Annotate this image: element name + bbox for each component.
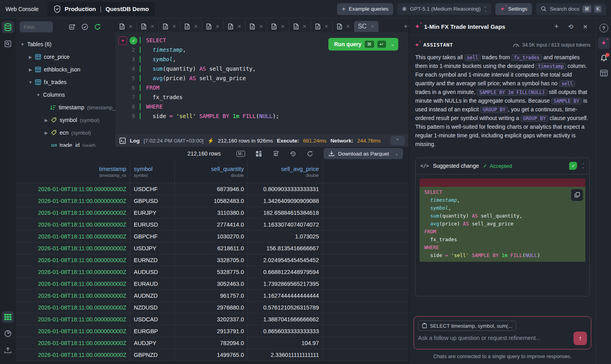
copy-markdown-icon[interactable]: M↓ bbox=[236, 151, 245, 157]
instance-selector[interactable]: Production | QuestDB Demo bbox=[47, 2, 155, 16]
chat-history-button[interactable]: ⟲ bbox=[565, 23, 576, 30]
tree-item-symbol[interactable]: ▶symbol(symbol) bbox=[16, 114, 115, 126]
column-header-timestamp[interactable]: timestamptimestamp_ns bbox=[16, 160, 130, 183]
history-refresh-icon[interactable] bbox=[290, 150, 296, 157]
code-line[interactable]: 9 side = 'sell' SAMPLE BY 1m FILL(NULL); bbox=[115, 111, 409, 121]
chevron-down-icon[interactable]: ▼ bbox=[36, 93, 40, 97]
tree-item-ecn[interactable]: ▶ecn(symbol) bbox=[16, 126, 115, 139]
editor-tab[interactable]: ✕ bbox=[289, 21, 311, 32]
editor-tab[interactable]: ✕ bbox=[180, 21, 202, 32]
table-row[interactable]: 2026-01-08T18:11:00.000000000ZGBPCHF1030… bbox=[16, 231, 409, 242]
grid-view-button[interactable] bbox=[2, 311, 14, 323]
code-line[interactable]: 3 symbol, bbox=[115, 54, 409, 64]
tree-item-columns[interactable]: ▼Columns bbox=[16, 88, 115, 101]
example-queries-button[interactable]: + Example queries bbox=[337, 3, 393, 15]
code-line[interactable]: 4 sum(quantity) AS sell_quantity, bbox=[115, 64, 409, 73]
collapse-log-button[interactable]: ⌃ bbox=[390, 136, 405, 145]
editor-tab[interactable]: ✕ bbox=[158, 21, 180, 32]
column-header-symbol[interactable]: symbolsymbol bbox=[130, 160, 175, 183]
editor-tab[interactable]: ✕ bbox=[223, 21, 245, 32]
ai-assist-button[interactable]: ✦ bbox=[118, 36, 127, 45]
run-options-chevron[interactable]: ⌄ bbox=[391, 42, 394, 47]
close-tab-icon[interactable]: ✕ bbox=[237, 24, 241, 29]
settings-button[interactable]: ✦ Settings bbox=[495, 3, 532, 15]
column-header-sell_avg_price[interactable]: sell_avg_pricedouble bbox=[248, 160, 323, 183]
import-button[interactable] bbox=[2, 344, 14, 356]
code-line[interactable]: 5 avg(price) AS sell_avg_price bbox=[115, 73, 409, 83]
table-row[interactable]: 2026-01-08T18:11:00.000000000ZUSDCHF6873… bbox=[16, 183, 409, 195]
close-tab-icon[interactable]: ✕ bbox=[346, 24, 350, 29]
query-plan-icon[interactable] bbox=[272, 150, 279, 157]
new-tab-button[interactable]: + bbox=[404, 23, 408, 30]
editor-tab[interactable]: ✕ bbox=[267, 21, 289, 32]
refresh-tables-button[interactable] bbox=[94, 23, 101, 30]
refresh-grid-icon[interactable] bbox=[307, 150, 313, 157]
download-parquet-button[interactable]: Download as Parquet ⌄ bbox=[324, 148, 403, 159]
close-tab-icon[interactable]: ✕ bbox=[129, 24, 133, 29]
close-tab-icon[interactable]: ✕ bbox=[194, 24, 198, 29]
editor-tab[interactable]: ✕ bbox=[137, 21, 158, 32]
chevron-right-icon[interactable]: ▶ bbox=[28, 68, 32, 72]
download-options-chevron[interactable]: ⌄ bbox=[395, 152, 398, 156]
table-row[interactable]: 2026-01-08T18:11:00.000000000ZUSDCAD3202… bbox=[16, 313, 409, 325]
followup-input-box[interactable]: SELECT timestamp, symbol, sum(... Ask a … bbox=[414, 316, 591, 349]
close-tab-icon[interactable]: ✕ bbox=[371, 24, 375, 29]
tree-item-core-price[interactable]: ▶core_price bbox=[16, 51, 115, 63]
editor-tab[interactable]: ✕ bbox=[245, 21, 267, 32]
chevron-right-icon[interactable]: ▶ bbox=[44, 131, 48, 135]
ai-panel-button[interactable]: ✦ bbox=[598, 37, 610, 49]
chevron-down-icon[interactable]: ▼ bbox=[21, 42, 24, 47]
table-row[interactable]: 2026-01-08T18:11:00.000000000ZAUDJPY7820… bbox=[16, 337, 409, 349]
table-row[interactable]: 2026-01-08T18:11:00.000000000ZAUDNZD9617… bbox=[16, 290, 409, 302]
query-context-chip[interactable]: SELECT timestamp, symbol, sum(... bbox=[418, 321, 516, 331]
check-circle-button[interactable] bbox=[81, 23, 88, 30]
close-tab-icon[interactable]: ✕ bbox=[216, 24, 219, 29]
code-line[interactable]: 8WHERE bbox=[115, 102, 409, 111]
tree-item-ethblocks-json[interactable]: ▶ethblocks_json bbox=[16, 63, 115, 76]
tables-nav-button[interactable] bbox=[2, 21, 14, 33]
copy-code-button[interactable] bbox=[571, 189, 583, 201]
table-row[interactable]: 2026-01-08T18:11:00.000000000ZGBPNZD1499… bbox=[16, 349, 409, 361]
column-header-sell_quantity[interactable]: sell_quantitydouble bbox=[175, 160, 248, 183]
search-docs-button[interactable]: Search docs ⌘ K bbox=[536, 3, 606, 15]
editor-tab[interactable]: ✕ bbox=[332, 21, 354, 32]
close-tab-icon[interactable]: ✕ bbox=[172, 24, 176, 29]
new-chat-button[interactable]: + bbox=[552, 23, 562, 31]
chevron-right-icon[interactable]: ▶ bbox=[44, 118, 48, 122]
table-row[interactable]: 2026-01-08T18:11:00.000000000ZEURUSD2774… bbox=[16, 219, 409, 231]
query-log-nav-button[interactable] bbox=[2, 38, 14, 50]
editor-tab[interactable]: ✕ bbox=[115, 21, 137, 32]
run-query-button[interactable]: Run query ⌘ ↵ ⌄ bbox=[328, 38, 398, 51]
close-chat-button[interactable]: ✕ bbox=[580, 23, 590, 30]
sql-editor[interactable]: ✦ ✓ 1SELECT2 timestamp,3 symbol,4 sum(qu… bbox=[115, 32, 409, 134]
table-row[interactable]: 2026-01-08T18:11:00.000000000ZAUDUSD5328… bbox=[16, 266, 409, 278]
editor-tab[interactable]: ✕ bbox=[311, 21, 332, 32]
close-tab-icon[interactable]: ✕ bbox=[150, 24, 154, 29]
tree-item-fx-trades[interactable]: ▼fx_trades bbox=[16, 76, 115, 88]
table-row[interactable]: 2026-01-08T18:11:00.000000000ZGBPUSD1058… bbox=[16, 195, 409, 207]
table-row[interactable]: 2026-01-08T18:11:00.000000000ZEURJPY3110… bbox=[16, 207, 409, 219]
table-row[interactable]: 2026-01-08T18:11:00.000000000ZEURAUD3052… bbox=[16, 278, 409, 290]
table-row[interactable]: 2026-01-08T18:11:00.000000000ZEURNZD3328… bbox=[16, 254, 409, 266]
tree-item-tables-6-[interactable]: ▼Tables (6) bbox=[16, 38, 115, 51]
close-tab-icon[interactable]: ✕ bbox=[324, 24, 328, 29]
close-tab-icon[interactable]: ✕ bbox=[281, 24, 285, 29]
notifications-button[interactable] bbox=[598, 52, 610, 64]
table-row[interactable]: 2026-01-08T18:11:00.000000000ZUSDJPY6218… bbox=[16, 242, 409, 254]
code-line[interactable]: 6FROM bbox=[115, 83, 409, 92]
editor-tab[interactable]: ✕ bbox=[202, 21, 223, 32]
tree-item-timestamp[interactable]: timestamp(timestamp_ bbox=[16, 101, 115, 114]
code-line[interactable]: 7 fx_trades bbox=[115, 92, 409, 102]
collapse-card-chevron[interactable]: ⌃⌃ bbox=[582, 164, 585, 168]
table-panel-button[interactable] bbox=[598, 67, 610, 79]
send-button[interactable]: ↑ bbox=[574, 332, 587, 345]
table-row[interactable]: 2026-01-08T18:11:00.000000000ZNZDUSD2976… bbox=[16, 302, 409, 313]
chevron-right-icon[interactable]: ▶ bbox=[28, 55, 32, 59]
close-tab-icon[interactable]: ✕ bbox=[303, 24, 307, 29]
chevron-down-icon[interactable]: ▼ bbox=[28, 80, 32, 84]
grid-layout-icon[interactable] bbox=[255, 150, 262, 157]
editor-tab-active[interactable]: SC✕ bbox=[354, 21, 379, 32]
tree-item-trade-id[interactable]: 123trade_id(uuid) bbox=[16, 139, 115, 147]
table-row[interactable]: 2026-01-08T18:11:00.000000000ZEURGBP2913… bbox=[16, 325, 409, 337]
model-selector[interactable]: ❋ GPT-5.1 (Medium Reasoning) ⌃⌃ bbox=[397, 3, 491, 15]
